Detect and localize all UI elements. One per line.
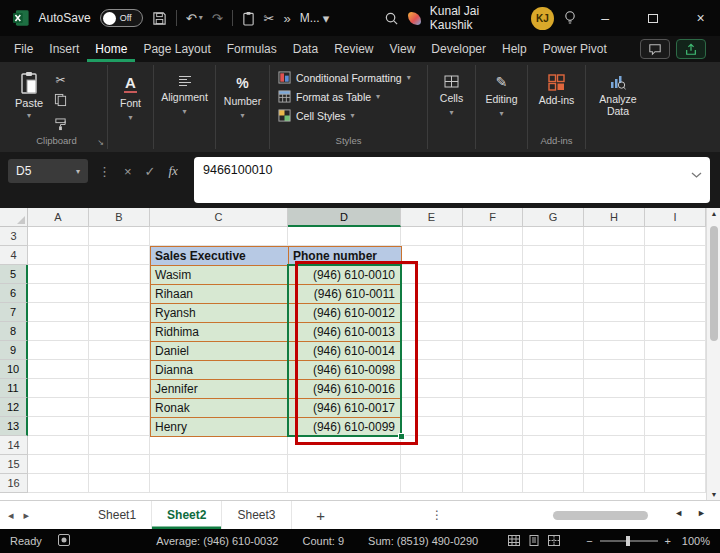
cell-D13[interactable]: (946) 610-0099 bbox=[288, 417, 402, 437]
cells-group-collapsed[interactable]: Cells ▾ bbox=[428, 65, 476, 149]
new-sheet-button[interactable]: + bbox=[310, 507, 332, 524]
namebox-resize-handle[interactable]: ⋮ bbox=[98, 164, 111, 179]
number-group-collapsed[interactable]: % Number ▾ bbox=[216, 65, 270, 149]
tab-insert[interactable]: Insert bbox=[41, 37, 87, 62]
fill-handle[interactable] bbox=[398, 433, 405, 440]
cell-C10[interactable]: Dianna bbox=[150, 360, 289, 380]
row-header-8[interactable]: 8 bbox=[0, 322, 28, 341]
conditional-formatting-button[interactable]: Conditional Formatting ▾ bbox=[275, 69, 422, 86]
row-header-11[interactable]: 11 bbox=[0, 379, 28, 398]
row-header-3[interactable]: 3 bbox=[0, 227, 28, 246]
row-header-15[interactable]: 15 bbox=[0, 455, 28, 474]
cut-ribbon-button[interactable]: ✂ bbox=[56, 73, 66, 87]
row-header-7[interactable]: 7 bbox=[0, 303, 28, 322]
row-header-5[interactable]: 5 bbox=[0, 265, 28, 284]
enter-icon[interactable]: ✓ bbox=[145, 164, 156, 179]
zoom-slider-knob[interactable] bbox=[626, 536, 630, 546]
document-menu[interactable]: M...▾ bbox=[300, 11, 330, 25]
column-header-F[interactable]: F bbox=[463, 208, 523, 227]
font-group-collapsed[interactable]: A Font ▾ bbox=[108, 65, 154, 149]
insert-function-icon[interactable]: fx bbox=[169, 163, 178, 179]
vertical-scrollbar[interactable]: ▲ ▼ bbox=[706, 208, 720, 500]
paste-button[interactable]: Paste ▾ bbox=[11, 69, 47, 135]
clipboard-dialog-launcher-icon[interactable]: ↘ bbox=[97, 138, 104, 147]
zoom-in-button[interactable]: + bbox=[665, 535, 671, 547]
save-button[interactable] bbox=[152, 11, 167, 26]
autosave-toggle[interactable]: Off bbox=[100, 9, 143, 27]
formula-bar-expand-icon[interactable] bbox=[691, 167, 702, 181]
comments-button[interactable] bbox=[640, 39, 670, 59]
search-icon[interactable] bbox=[384, 11, 399, 26]
status-average[interactable]: Average: (946) 610-0032 bbox=[156, 535, 278, 547]
page-break-view-button[interactable] bbox=[548, 535, 560, 548]
scroll-left-icon[interactable]: ◄ bbox=[674, 508, 683, 518]
cell-C8[interactable]: Ridhima bbox=[150, 322, 289, 342]
row-header-10[interactable]: 10 bbox=[0, 360, 28, 379]
cell-C12[interactable]: Ronak bbox=[150, 398, 289, 418]
tab-help[interactable]: Help bbox=[494, 37, 535, 62]
copy-button[interactable] bbox=[54, 93, 67, 111]
zoom-out-button[interactable]: − bbox=[586, 535, 592, 547]
cell-D4[interactable]: Phone number bbox=[288, 246, 402, 266]
cell-D10[interactable]: (946) 610-0098 bbox=[288, 360, 402, 380]
sheet-tab-sheet3[interactable]: Sheet3 bbox=[222, 501, 291, 529]
alignment-group-collapsed[interactable]: Alignment ▾ bbox=[154, 65, 216, 149]
cell-C6[interactable]: Rihaan bbox=[150, 284, 289, 304]
cell-C4[interactable]: Sales Executive bbox=[150, 246, 289, 266]
row-header-14[interactable]: 14 bbox=[0, 436, 28, 455]
undo-button[interactable]: ↶▾ bbox=[186, 12, 203, 25]
cell-D8[interactable]: (946) 610-0013 bbox=[288, 322, 402, 342]
name-box[interactable]: D5 ▾ bbox=[8, 159, 88, 183]
editing-group-collapsed[interactable]: ✎ Editing ▾ bbox=[476, 65, 528, 149]
column-header-C[interactable]: C bbox=[150, 208, 288, 227]
sheet-nav-left-icon[interactable]: ◂ bbox=[8, 509, 14, 522]
column-header-A[interactable]: A bbox=[28, 208, 89, 227]
tab-power-pivot[interactable]: Power Pivot bbox=[535, 37, 615, 62]
close-button[interactable]: × bbox=[681, 0, 720, 36]
cell-C7[interactable]: Ryansh bbox=[150, 303, 289, 323]
vertical-scrollbar-thumb[interactable] bbox=[710, 226, 718, 341]
column-header-E[interactable]: E bbox=[401, 208, 463, 227]
addins-button[interactable]: Add-ins bbox=[533, 69, 580, 106]
user-avatar[interactable]: KJ bbox=[531, 7, 553, 30]
status-sum[interactable]: Sum: (8519) 490-0290 bbox=[368, 535, 478, 547]
tabbar-splitter-handle[interactable]: ⋮ bbox=[431, 508, 443, 522]
cell-D12[interactable]: (946) 610-0017 bbox=[288, 398, 402, 418]
tab-review[interactable]: Review bbox=[326, 37, 381, 62]
row-header-6[interactable]: 6 bbox=[0, 284, 28, 303]
row-header-4[interactable]: 4 bbox=[0, 246, 28, 265]
row-header-16[interactable]: 16 bbox=[0, 474, 28, 493]
scroll-up-icon[interactable]: ▲ bbox=[707, 210, 720, 217]
tab-developer[interactable]: Developer bbox=[423, 37, 494, 62]
minimize-button[interactable]: – bbox=[586, 0, 625, 36]
tab-view[interactable]: View bbox=[382, 37, 424, 62]
scroll-right-icon[interactable]: ► bbox=[697, 508, 706, 518]
tab-data[interactable]: Data bbox=[285, 37, 326, 62]
sheet-tab-sheet1[interactable]: Sheet1 bbox=[83, 501, 152, 529]
column-header-H[interactable]: H bbox=[584, 208, 645, 227]
cell-D6[interactable]: (946) 610-0011 bbox=[288, 284, 402, 304]
column-header-I[interactable]: I bbox=[645, 208, 706, 227]
macro-record-button[interactable] bbox=[58, 534, 70, 548]
formula-input[interactable]: 9466100010 bbox=[194, 157, 710, 203]
paste-quick-button[interactable] bbox=[242, 11, 255, 26]
horizontal-scrollbar-thumb[interactable] bbox=[553, 511, 648, 520]
zoom-slider[interactable] bbox=[600, 540, 658, 542]
cancel-icon[interactable]: × bbox=[124, 164, 132, 179]
cell-C11[interactable]: Jennifer bbox=[150, 379, 289, 399]
cell-C13[interactable]: Henry bbox=[150, 417, 289, 437]
tab-home[interactable]: Home bbox=[87, 37, 135, 62]
column-header-B[interactable]: B bbox=[89, 208, 150, 227]
cell-D7[interactable]: (946) 610-0012 bbox=[288, 303, 402, 323]
more-commands-button[interactable]: » bbox=[283, 12, 290, 25]
column-header-G[interactable]: G bbox=[523, 208, 584, 227]
cell-D5[interactable]: (946) 610-0010 bbox=[288, 265, 402, 285]
maximize-button[interactable] bbox=[633, 0, 672, 36]
lightbulb-icon[interactable] bbox=[563, 10, 577, 26]
analyze-data-button[interactable]: Analyze Data bbox=[591, 69, 645, 117]
format-painter-button[interactable] bbox=[54, 117, 67, 135]
column-header-D[interactable]: D bbox=[288, 208, 401, 227]
select-all-corner[interactable] bbox=[0, 208, 28, 227]
cut-button[interactable]: ✂ bbox=[264, 12, 275, 25]
page-layout-view-button[interactable] bbox=[528, 535, 540, 548]
